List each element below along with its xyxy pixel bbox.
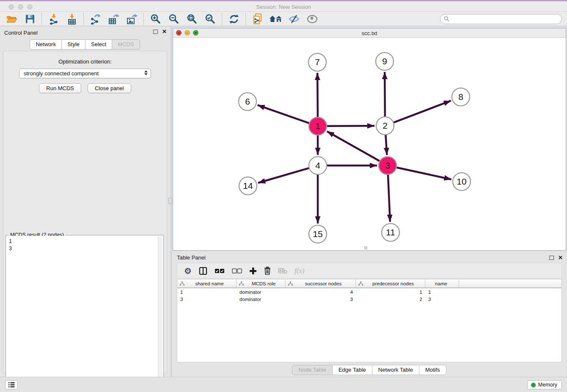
graph-edge-3-1[interactable] [327, 131, 380, 161]
tab-motifs[interactable]: Motifs [419, 365, 446, 375]
select-stepper-icon [144, 70, 148, 75]
column-header-predecessor-nodes[interactable]: predecessor nodes [356, 279, 425, 287]
table-row[interactable]: 1 dominator 4 1 1 [177, 288, 561, 295]
mcds-result-list[interactable]: 1 3 [6, 236, 163, 392]
export-image-icon[interactable] [123, 12, 141, 26]
control-panel: Control Panel ✕ Network Style Select MCD… [0, 26, 170, 377]
graph-edge-1-7[interactable] [317, 73, 318, 117]
table-tabs: Node Table Edge Table Network Table Moti… [173, 365, 566, 375]
float-table-panel-icon[interactable] [549, 256, 554, 260]
column-header-mcds-role[interactable]: MCDS role [237, 279, 286, 287]
list-icon [8, 382, 15, 388]
network-graph[interactable]: 1234678910111415 [173, 38, 566, 250]
table-row[interactable]: 3 dominator 3 2 3 [177, 295, 561, 303]
column-type-icon [288, 282, 293, 286]
main-toolbar [0, 12, 567, 26]
graph-edge-2-3[interactable] [385, 135, 387, 155]
graph-edge-4-14[interactable] [258, 168, 309, 183]
tab-network[interactable]: Network [30, 39, 62, 50]
delete-table-icon[interactable] [278, 268, 287, 274]
table-header-row: shared name MCDS role successor nodes pr… [177, 279, 561, 288]
control-panel-title: Control Panel [4, 30, 38, 36]
frame-resize-grip[interactable] [364, 246, 367, 249]
column-header-successor-nodes[interactable]: successor nodes [286, 279, 356, 287]
graph-node-label-6: 6 [245, 97, 250, 106]
graph-node-label-3: 3 [385, 160, 390, 170]
window-title: Session: New Session [0, 4, 567, 10]
tab-style[interactable]: Style [61, 39, 85, 50]
network-window-titlebar[interactable]: x – + scc.txt [173, 28, 566, 38]
graph-node-label-9: 9 [382, 56, 387, 66]
control-panel-tabs: Network Style Select MCDS [0, 39, 170, 50]
clone-network-icon[interactable] [248, 12, 267, 26]
close-table-panel-icon[interactable]: ✕ [558, 255, 563, 260]
tab-select[interactable]: Select [85, 39, 112, 50]
graph-node-label-14: 14 [243, 181, 253, 190]
table-panel: Table Panel ✕ ⚙ f(x) shared name MCDS ro… [173, 252, 566, 377]
graph-node-label-2: 2 [383, 121, 388, 130]
float-panel-icon[interactable] [153, 30, 158, 34]
graph-node-label-10: 10 [457, 177, 466, 186]
result-scrollbar[interactable] [158, 236, 162, 392]
run-mcds-button[interactable]: Run MCDS [39, 83, 81, 93]
export-network-icon[interactable] [86, 12, 105, 26]
graph-node-label-11: 11 [386, 227, 395, 237]
deselect-all-icon[interactable] [232, 268, 242, 273]
tab-node-table[interactable]: Node Table [292, 365, 333, 375]
mcds-result-box: MCDS result (2 nodes) 1 3 [6, 235, 164, 392]
graph-node-label-15: 15 [313, 229, 322, 239]
criterion-value: strongly connected component [24, 70, 99, 77]
graph-edge-2-9[interactable] [385, 72, 385, 117]
select-all-icon[interactable] [215, 268, 225, 273]
memory-status-icon [531, 383, 536, 387]
column-header-name[interactable]: name [425, 279, 459, 287]
function-builder-icon[interactable]: f(x) [295, 267, 305, 275]
import-network-icon[interactable] [44, 12, 63, 26]
search-input[interactable] [449, 15, 561, 23]
memory-label: Memory [538, 382, 557, 388]
graph-edge-2-8[interactable] [394, 101, 451, 123]
tab-network-table[interactable]: Network Table [372, 365, 419, 375]
zoom-out-icon[interactable] [165, 12, 183, 26]
result-line: 1 [9, 238, 160, 245]
graph-node-label-1: 1 [315, 121, 320, 131]
mcds-panel: Optimization criterion: strongly connect… [3, 51, 167, 373]
add-column-icon[interactable] [249, 267, 257, 275]
graph-node-label-7: 7 [315, 57, 320, 67]
eye-icon[interactable] [303, 12, 321, 26]
network-window: x – + scc.txt 1234678910111415 [173, 28, 566, 251]
eye-slash-icon[interactable] [285, 12, 303, 26]
node-table[interactable]: shared name MCDS role successor nodes pr… [177, 279, 562, 362]
houses-icon[interactable] [267, 12, 285, 26]
open-session-icon[interactable] [3, 12, 21, 26]
save-session-icon[interactable] [21, 12, 39, 26]
search-field[interactable] [440, 14, 562, 24]
graph-edge-3-11[interactable] [388, 174, 390, 222]
splitter-grip[interactable] [168, 198, 172, 204]
column-mapping-icon[interactable] [199, 267, 207, 275]
network-canvas[interactable]: 1234678910111415 [173, 38, 566, 250]
tab-mcds[interactable]: MCDS [112, 39, 140, 50]
tab-edge-table[interactable]: Edge Table [332, 365, 372, 375]
close-panel-button[interactable]: Close panel [88, 83, 131, 93]
graph-edge-1-6[interactable] [258, 105, 310, 123]
zoom-in-icon[interactable] [146, 12, 165, 26]
zoom-selected-icon[interactable] [201, 12, 219, 26]
task-history-button[interactable] [5, 380, 18, 389]
graph-node-label-8: 8 [458, 92, 463, 102]
export-table-icon[interactable] [105, 12, 123, 26]
memory-button[interactable]: Memory [527, 380, 562, 389]
criterion-select[interactable]: strongly connected component [19, 69, 151, 78]
refresh-icon[interactable] [225, 12, 243, 26]
delete-column-icon[interactable] [264, 267, 271, 275]
search-icon [444, 16, 449, 22]
import-table-icon[interactable] [63, 12, 81, 26]
graph-edge-3-10[interactable] [396, 167, 451, 179]
column-header-shared-name[interactable]: shared name [177, 279, 237, 287]
table-toolbar: ⚙ f(x) [177, 263, 562, 279]
graph-node-label-4: 4 [315, 160, 320, 170]
zoom-fit-icon[interactable] [183, 12, 201, 26]
close-panel-icon[interactable]: ✕ [162, 29, 167, 34]
graph-edge-1-2[interactable] [327, 126, 374, 126]
gear-icon[interactable]: ⚙ [184, 267, 192, 275]
